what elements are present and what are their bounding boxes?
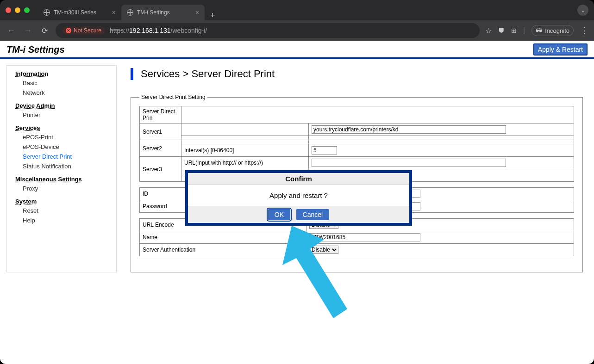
new-tab-button[interactable]: +: [205, 11, 221, 20]
label-name: Name: [140, 231, 306, 244]
shield-icon[interactable]: ⛊: [498, 27, 505, 34]
collapse-button[interactable]: ⌄: [577, 5, 588, 16]
sidebar-item-epos-device[interactable]: ePOS-Device: [15, 142, 108, 152]
main-panel: Services > Server Direct Print Server Di…: [126, 65, 588, 272]
url-text: https://192.168.1.131/webconfig-i/: [110, 27, 207, 34]
sidebar-item-reset[interactable]: Reset: [15, 206, 108, 216]
server2-interval-input[interactable]: [312, 146, 337, 154]
server1-url-input[interactable]: [312, 125, 506, 134]
globe-icon: [127, 9, 133, 16]
maximize-window-button[interactable]: [24, 7, 30, 13]
minimize-window-button[interactable]: [15, 7, 20, 13]
label-sdp: Server Direct Prin: [140, 106, 181, 123]
row-server1-url: Server1: [140, 123, 574, 136]
row-server-auth: Server Authentication Disable: [140, 244, 574, 256]
label-interval: Interval(s) [0-86400]: [181, 144, 309, 157]
apply-restart-button[interactable]: Apply & Restart: [533, 43, 588, 56]
warning-icon: ✕: [66, 28, 71, 33]
close-tab-icon[interactable]: ×: [112, 9, 116, 16]
row-server1-interval: [140, 136, 574, 140]
label-server-auth: Server Authentication: [140, 244, 306, 256]
tab-strip: TM-m30III Series × TM-i Settings × +: [38, 0, 221, 20]
sidebar-item-printer[interactable]: Printer: [15, 110, 108, 120]
incognito-icon: 🕶: [536, 27, 542, 34]
sidebar-item-status-notification[interactable]: Status Notification: [15, 161, 108, 171]
label-url: URL(Input with http:// or https://): [181, 157, 309, 169]
page-header: TM-i Settings Apply & Restart: [0, 41, 594, 59]
row-server2-url: Server2: [140, 140, 574, 144]
name-input[interactable]: [309, 233, 420, 241]
row-server2-interval: Interval(s) [0-86400]: [140, 144, 574, 157]
incognito-label: Incognito: [545, 27, 569, 34]
not-secure-badge[interactable]: ✕ Not Secure: [62, 26, 105, 35]
sidebar-item-network[interactable]: Network: [15, 88, 108, 98]
sidebar-group-system: System: [15, 198, 108, 205]
sidebar: Information Basic Network Device Admin P…: [6, 65, 117, 272]
extensions-icon[interactable]: ⊞: [511, 27, 517, 34]
dialog-title: Confirm: [188, 173, 409, 185]
tab-label: TM-m30III Series: [54, 9, 96, 16]
cancel-button[interactable]: Cancel: [296, 209, 330, 220]
browser-window: TM-m30III Series × TM-i Settings × + ⌄ ←…: [0, 0, 594, 364]
reload-button[interactable]: ⟳: [39, 26, 50, 35]
dialog-message: Apply and restart ?: [188, 185, 409, 206]
label-server2: Server2: [140, 140, 181, 157]
sidebar-group-services: Services: [15, 124, 108, 131]
sidebar-group-device-admin: Device Admin: [15, 102, 108, 109]
browser-tab-bar: TM-m30III Series × TM-i Settings × + ⌄: [0, 0, 594, 20]
sidebar-item-server-direct-print[interactable]: Server Direct Print: [15, 152, 108, 161]
breadcrumb: Services > Server Direct Print: [131, 68, 583, 80]
sidebar-item-proxy[interactable]: Proxy: [15, 184, 108, 193]
sidebar-item-epos-print[interactable]: ePOS-Print: [15, 132, 108, 142]
page-content: TM-i Settings Apply & Restart Informatio…: [0, 41, 594, 364]
ok-button[interactable]: OK: [268, 209, 290, 220]
page-body: Information Basic Network Device Admin P…: [0, 59, 594, 279]
not-secure-text: Not Secure: [74, 27, 101, 34]
row-sdp-enable: Server Direct Prin: [140, 106, 574, 123]
tab-tm-i-settings[interactable]: TM-i Settings ×: [121, 5, 205, 20]
server-auth-select[interactable]: Disable: [309, 246, 338, 254]
sidebar-group-misc: Miscellaneous Settings: [15, 176, 108, 183]
row-server3-url: Server3 URL(Input with http:// or https:…: [140, 157, 574, 169]
close-window-button[interactable]: [6, 7, 11, 13]
label-server3: Server3: [140, 157, 181, 182]
row-name: Name: [140, 231, 574, 244]
forward-button[interactable]: →: [22, 26, 33, 36]
label-server1: Server1: [140, 123, 181, 140]
close-tab-icon[interactable]: ×: [195, 9, 199, 16]
sidebar-group-information: Information: [15, 70, 108, 77]
bookmark-icon[interactable]: ☆: [485, 26, 492, 35]
globe-icon: [44, 9, 50, 16]
tab-tm-m30iii[interactable]: TM-m30III Series ×: [38, 5, 121, 20]
confirm-dialog: Confirm Apply and restart ? OK Cancel: [185, 170, 412, 226]
traffic-lights: [6, 7, 30, 13]
back-button[interactable]: ←: [6, 26, 17, 36]
incognito-badge[interactable]: 🕶 Incognito: [531, 25, 574, 36]
server3-url-input[interactable]: [312, 159, 506, 167]
dialog-footer: OK Cancel: [188, 206, 409, 223]
browser-menu-icon[interactable]: ⋮: [580, 25, 588, 36]
tab-label: TM-i Settings: [137, 9, 170, 16]
sidebar-item-basic[interactable]: Basic: [15, 78, 108, 88]
fieldset-legend: Server Direct Print Setting: [139, 94, 207, 100]
page-title: TM-i Settings: [6, 44, 65, 55]
sidebar-item-help[interactable]: Help: [15, 216, 108, 225]
toolbar-right: ☆ ⛊ ⊞ | 🕶 Incognito ⋮: [485, 25, 588, 36]
browser-toolbar: ← → ⟳ ✕ Not Secure https://192.168.1.131…: [0, 20, 594, 41]
address-bar[interactable]: ✕ Not Secure https://192.168.1.131/webco…: [56, 23, 480, 38]
